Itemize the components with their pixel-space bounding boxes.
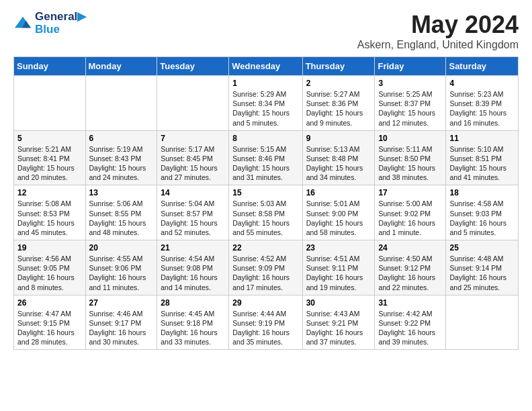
col-header-saturday: Saturday — [446, 57, 519, 76]
day-number: 14 — [161, 188, 225, 197]
cell-content: Sunrise: 4:50 AMSunset: 9:12 PMDaylight:… — [378, 254, 442, 292]
calendar-cell: 24Sunrise: 4:50 AMSunset: 9:12 PMDayligh… — [375, 240, 446, 295]
calendar-cell: 12Sunrise: 5:08 AMSunset: 8:53 PMDayligh… — [14, 185, 86, 240]
cell-content: Sunrise: 5:15 AMSunset: 8:46 PMDaylight:… — [232, 144, 298, 183]
cell-content: Sunrise: 4:52 AMSunset: 9:09 PMDaylight:… — [232, 254, 298, 292]
day-number: 26 — [17, 298, 82, 308]
calendar-cell: 19Sunrise: 4:56 AMSunset: 9:05 PMDayligh… — [14, 240, 86, 295]
day-number: 23 — [306, 243, 371, 253]
location: Askern, England, United Kingdom — [357, 39, 519, 51]
cell-content: Sunrise: 4:54 AMSunset: 9:08 PMDaylight:… — [161, 254, 225, 292]
day-number: 30 — [306, 298, 371, 308]
day-number: 16 — [306, 188, 371, 197]
calendar-cell: 11Sunrise: 5:10 AMSunset: 8:51 PMDayligh… — [446, 130, 519, 185]
logo-icon — [13, 15, 32, 32]
day-number: 5 — [17, 134, 82, 143]
calendar-cell: 17Sunrise: 5:00 AMSunset: 9:02 PMDayligh… — [375, 185, 446, 240]
day-number: 31 — [378, 298, 442, 308]
calendar-week-row: 12Sunrise: 5:08 AMSunset: 8:53 PMDayligh… — [14, 185, 519, 240]
day-number: 6 — [89, 134, 154, 143]
calendar-cell: 14Sunrise: 5:04 AMSunset: 8:57 PMDayligh… — [157, 185, 229, 240]
col-header-sunday: Sunday — [14, 57, 86, 76]
day-number: 2 — [306, 79, 371, 88]
day-number: 4 — [449, 79, 515, 88]
cell-content: Sunrise: 4:55 AMSunset: 9:06 PMDaylight:… — [89, 254, 154, 292]
day-number: 15 — [232, 188, 298, 197]
day-number: 21 — [161, 243, 225, 253]
calendar-cell: 21Sunrise: 4:54 AMSunset: 9:08 PMDayligh… — [157, 240, 229, 295]
calendar-cell: 9Sunrise: 5:13 AMSunset: 8:48 PMDaylight… — [302, 130, 375, 185]
logo: General▶ Blue — [13, 11, 86, 36]
cell-content: Sunrise: 4:56 AMSunset: 9:05 PMDaylight:… — [17, 254, 82, 292]
calendar-cell — [157, 76, 229, 131]
calendar-cell: 25Sunrise: 4:48 AMSunset: 9:14 PMDayligh… — [446, 240, 519, 295]
calendar-week-row: 26Sunrise: 4:47 AMSunset: 9:15 PMDayligh… — [14, 295, 519, 350]
cell-content: Sunrise: 4:58 AMSunset: 9:03 PMDaylight:… — [449, 199, 515, 237]
day-number: 3 — [378, 79, 442, 88]
cell-content: Sunrise: 4:47 AMSunset: 9:15 PMDaylight:… — [17, 309, 82, 347]
day-number: 18 — [449, 188, 515, 197]
calendar-cell: 20Sunrise: 4:55 AMSunset: 9:06 PMDayligh… — [85, 240, 157, 295]
calendar-cell: 4Sunrise: 5:23 AMSunset: 8:39 PMDaylight… — [446, 76, 519, 131]
calendar-cell: 28Sunrise: 4:45 AMSunset: 9:18 PMDayligh… — [157, 295, 229, 350]
calendar-week-row: 1Sunrise: 5:29 AMSunset: 8:34 PMDaylight… — [14, 76, 519, 131]
day-number: 12 — [17, 188, 82, 197]
calendar-cell: 30Sunrise: 4:43 AMSunset: 9:21 PMDayligh… — [302, 295, 375, 350]
col-header-thursday: Thursday — [302, 57, 375, 76]
calendar-cell: 6Sunrise: 5:19 AMSunset: 8:43 PMDaylight… — [85, 130, 157, 185]
calendar-cell: 15Sunrise: 5:03 AMSunset: 8:58 PMDayligh… — [229, 185, 302, 240]
calendar-cell: 29Sunrise: 4:44 AMSunset: 9:19 PMDayligh… — [229, 295, 302, 350]
day-number: 9 — [306, 134, 371, 143]
calendar-cell: 27Sunrise: 4:46 AMSunset: 9:17 PMDayligh… — [85, 295, 157, 350]
logo-text: General▶ — [35, 11, 86, 24]
logo-subtext: Blue — [35, 24, 86, 36]
calendar-cell: 2Sunrise: 5:27 AMSunset: 8:36 PMDaylight… — [302, 76, 375, 131]
col-header-friday: Friday — [375, 57, 446, 76]
cell-content: Sunrise: 4:48 AMSunset: 9:14 PMDaylight:… — [449, 254, 515, 292]
day-number: 17 — [378, 188, 442, 197]
cell-content: Sunrise: 4:43 AMSunset: 9:21 PMDaylight:… — [306, 309, 371, 347]
cell-content: Sunrise: 5:19 AMSunset: 8:43 PMDaylight:… — [89, 144, 154, 183]
cell-content: Sunrise: 5:21 AMSunset: 8:41 PMDaylight:… — [17, 144, 82, 183]
cell-content: Sunrise: 5:06 AMSunset: 8:55 PMDaylight:… — [89, 199, 154, 237]
calendar-cell: 18Sunrise: 4:58 AMSunset: 9:03 PMDayligh… — [446, 185, 519, 240]
cell-content: Sunrise: 5:03 AMSunset: 8:58 PMDaylight:… — [232, 199, 298, 237]
calendar-cell: 31Sunrise: 4:42 AMSunset: 9:22 PMDayligh… — [375, 295, 446, 350]
col-header-tuesday: Tuesday — [157, 57, 229, 76]
cell-content: Sunrise: 5:01 AMSunset: 9:00 PMDaylight:… — [306, 199, 371, 237]
calendar-cell: 1Sunrise: 5:29 AMSunset: 8:34 PMDaylight… — [229, 76, 302, 131]
calendar-cell: 23Sunrise: 4:51 AMSunset: 9:11 PMDayligh… — [302, 240, 375, 295]
cell-content: Sunrise: 5:04 AMSunset: 8:57 PMDaylight:… — [161, 199, 225, 237]
calendar-cell: 3Sunrise: 5:25 AMSunset: 8:37 PMDaylight… — [375, 76, 446, 131]
day-number: 11 — [449, 134, 515, 143]
calendar-cell: 13Sunrise: 5:06 AMSunset: 8:55 PMDayligh… — [85, 185, 157, 240]
col-header-monday: Monday — [85, 57, 157, 76]
month-title: May 2024 — [357, 11, 519, 39]
calendar-cell — [14, 76, 86, 131]
day-number: 19 — [17, 243, 82, 253]
cell-content: Sunrise: 5:13 AMSunset: 8:48 PMDaylight:… — [306, 144, 371, 183]
cell-content: Sunrise: 5:23 AMSunset: 8:39 PMDaylight:… — [449, 89, 515, 128]
cell-content: Sunrise: 5:00 AMSunset: 9:02 PMDaylight:… — [378, 199, 442, 237]
cell-content: Sunrise: 4:44 AMSunset: 9:19 PMDaylight:… — [232, 309, 298, 347]
calendar-cell — [446, 295, 519, 350]
cell-content: Sunrise: 5:10 AMSunset: 8:51 PMDaylight:… — [449, 144, 515, 183]
day-number: 29 — [232, 298, 298, 308]
cell-content: Sunrise: 4:42 AMSunset: 9:22 PMDaylight:… — [378, 309, 442, 347]
cell-content: Sunrise: 5:08 AMSunset: 8:53 PMDaylight:… — [17, 199, 82, 237]
cell-content: Sunrise: 5:11 AMSunset: 8:50 PMDaylight:… — [378, 144, 442, 183]
calendar-week-row: 5Sunrise: 5:21 AMSunset: 8:41 PMDaylight… — [14, 130, 519, 185]
day-number: 7 — [161, 134, 225, 143]
day-number: 22 — [232, 243, 298, 253]
day-number: 10 — [378, 134, 442, 143]
day-number: 20 — [89, 243, 154, 253]
title-block: May 2024 Askern, England, United Kingdom — [357, 11, 519, 51]
calendar-cell: 8Sunrise: 5:15 AMSunset: 8:46 PMDaylight… — [229, 130, 302, 185]
cell-content: Sunrise: 5:27 AMSunset: 8:36 PMDaylight:… — [306, 89, 371, 128]
day-number: 28 — [161, 298, 225, 308]
day-number: 24 — [378, 243, 442, 253]
day-number: 1 — [232, 79, 298, 88]
calendar-cell — [85, 76, 157, 131]
cell-content: Sunrise: 4:51 AMSunset: 9:11 PMDaylight:… — [306, 254, 371, 292]
calendar: SundayMondayTuesdayWednesdayThursdayFrid… — [13, 56, 519, 350]
